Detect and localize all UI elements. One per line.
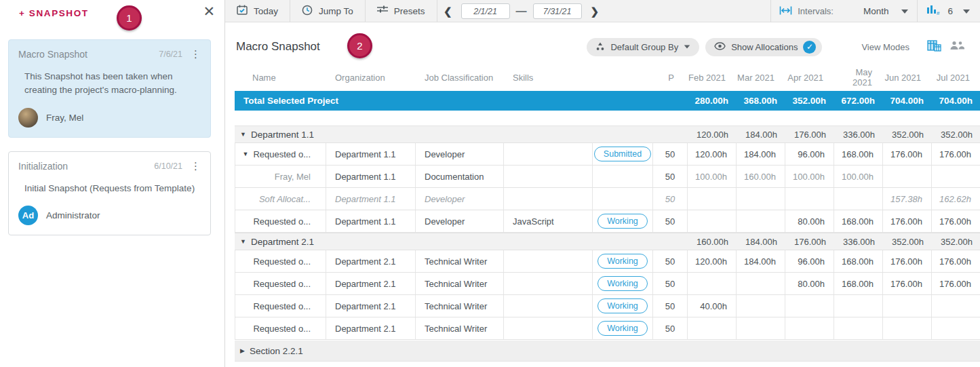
kebab-menu-icon[interactable]: ⋮ — [191, 49, 201, 59]
cell-month-value[interactable] — [737, 273, 785, 294]
cell-name[interactable]: Requested o... — [235, 317, 326, 339]
cell-month-value[interactable] — [688, 273, 737, 294]
cell-month-value[interactable]: 100.00h — [834, 166, 883, 187]
interval-count-value[interactable]: 6 — [947, 6, 953, 16]
add-snapshot-button[interactable]: + SNAPSHOT — [19, 8, 89, 18]
cell-percentage[interactable]: 50 — [653, 210, 688, 232]
intervals-value[interactable]: Month — [863, 6, 889, 16]
cell-month-value[interactable] — [785, 295, 834, 317]
triangle-down-icon[interactable]: ▼ — [240, 238, 246, 245]
cell-month-value[interactable] — [883, 317, 932, 339]
date-to-input[interactable] — [533, 3, 582, 19]
cell-month-value[interactable]: 160.00h — [737, 166, 785, 187]
cell-name[interactable]: ▼Requested o... — [235, 143, 326, 165]
close-icon[interactable]: ✕ — [203, 4, 215, 18]
cell-month-value[interactable]: 168.00h — [834, 210, 883, 232]
cell-month-value[interactable]: 184.00h — [737, 143, 785, 165]
group-row[interactable]: ▼Department 2.1160.00h184.00h176.00h336.… — [235, 233, 980, 250]
cell-month-value[interactable]: 100.00h — [785, 166, 834, 187]
cell-month-value[interactable]: 96.00h — [785, 143, 834, 165]
cell-month-value[interactable]: 120.00h — [688, 250, 737, 272]
cell-month-value[interactable] — [834, 188, 883, 210]
presets-button[interactable]: Presets — [366, 0, 437, 22]
cell-percentage[interactable]: 50 — [653, 250, 688, 272]
cell-month-value[interactable] — [785, 188, 834, 210]
snapshot-card-initialization[interactable]: Initialization 6/10/21 ⋮ Initial Snapsho… — [8, 151, 211, 235]
cell-month-value[interactable]: 176.00h — [932, 273, 980, 294]
section-row[interactable]: ▶Section 2.2.1 — [235, 341, 980, 362]
cell-month-value[interactable] — [688, 317, 737, 339]
cell-month-value[interactable]: 176.00h — [883, 250, 932, 272]
cell-name[interactable]: Fray, Mel — [235, 166, 326, 187]
cell-month-value[interactable]: 168.00h — [834, 273, 883, 294]
cell-percentage[interactable]: 50 — [653, 143, 688, 165]
group-name[interactable]: ▶Section 2.2.1 — [235, 346, 688, 356]
date-from-input[interactable] — [461, 3, 510, 19]
today-button[interactable]: Today — [225, 0, 290, 22]
cell-month-value[interactable] — [737, 210, 785, 232]
cell-month-value[interactable]: 120.00h — [688, 143, 737, 165]
chevron-down-icon[interactable] — [963, 9, 970, 14]
cell-month-value[interactable] — [883, 295, 932, 317]
cell-month-value[interactable]: 176.00h — [883, 273, 932, 294]
cell-month-value[interactable]: 96.00h — [785, 250, 834, 272]
cell-month-value[interactable] — [932, 317, 980, 339]
status-badge[interactable]: Working — [597, 321, 648, 336]
snapshot-card-macro[interactable]: Macro Snapshot 7/6/21 ⋮ This Snapshot ha… — [8, 39, 211, 138]
cell-month-value[interactable] — [834, 317, 883, 339]
cell-name[interactable]: Requested o... — [235, 210, 326, 232]
status-badge[interactable]: Working — [597, 276, 648, 291]
cell-name[interactable]: Requested o... — [235, 273, 326, 294]
chevron-down-icon[interactable] — [901, 9, 908, 14]
cell-month-value[interactable] — [737, 188, 785, 210]
cell-month-value[interactable]: 80.00h — [785, 210, 834, 232]
status-badge[interactable]: Working — [597, 298, 648, 313]
people-view-mode-icon[interactable] — [945, 41, 968, 53]
cell-month-value[interactable]: 100.00h — [688, 166, 737, 187]
cell-name[interactable]: Requested o... — [235, 250, 326, 272]
triangle-right-icon[interactable]: ▶ — [240, 347, 245, 354]
cell-month-value[interactable]: 184.00h — [737, 250, 785, 272]
cell-percentage[interactable]: 50 — [653, 273, 688, 294]
triangle-down-icon[interactable]: ▼ — [243, 151, 249, 157]
cell-month-value[interactable] — [834, 295, 883, 317]
cell-percentage[interactable]: 50 — [653, 317, 688, 339]
cell-month-value[interactable]: 80.00h — [785, 273, 834, 294]
group-row[interactable]: ▼Department 1.1120.00h184.00h176.00h336.… — [235, 125, 980, 143]
status-badge[interactable]: Working — [597, 214, 648, 229]
cell-month-value[interactable] — [688, 188, 737, 210]
jump-to-button[interactable]: Jump To — [290, 0, 366, 22]
kebab-menu-icon[interactable]: ⋮ — [191, 161, 201, 171]
cell-month-value[interactable]: 176.00h — [932, 250, 980, 272]
cell-month-value[interactable]: 168.00h — [834, 143, 883, 165]
status-badge[interactable]: Working — [597, 254, 648, 269]
cell-month-value[interactable] — [932, 166, 980, 187]
status-badge[interactable]: Submitted — [594, 147, 651, 161]
cell-name[interactable]: Requested o... — [235, 295, 326, 317]
chevron-left-icon[interactable]: ❮ — [441, 5, 455, 18]
cell-month-value[interactable]: 176.00h — [883, 210, 932, 232]
cell-month-value[interactable] — [737, 317, 785, 339]
cell-percentage[interactable]: 50 — [653, 188, 688, 210]
cell-month-value[interactable] — [785, 317, 834, 339]
cell-month-value[interactable]: 40.00h — [688, 295, 737, 317]
grid-view-mode-icon[interactable] — [923, 40, 945, 54]
show-allocations-toggle[interactable]: Show Allocations ✓ — [705, 38, 822, 56]
cell-percentage[interactable]: 50 — [653, 166, 688, 187]
cell-name[interactable]: Soft Allocat... — [235, 188, 326, 210]
cell-month-value[interactable] — [688, 210, 737, 232]
cell-month-value[interactable]: 176.00h — [932, 143, 980, 165]
cell-month-value[interactable] — [737, 295, 785, 317]
group-name[interactable]: ▼Department 1.1 — [235, 130, 688, 140]
cell-month-value[interactable]: 168.00h — [834, 250, 883, 272]
group-by-dropdown[interactable]: Default Group By — [587, 38, 699, 56]
cell-percentage[interactable]: 50 — [653, 295, 688, 317]
chevron-right-icon[interactable]: ❯ — [588, 5, 602, 18]
cell-month-value[interactable] — [932, 295, 980, 317]
cell-month-value[interactable]: 157.38h — [883, 188, 932, 210]
group-name[interactable]: ▼Department 2.1 — [235, 237, 688, 247]
cell-month-value[interactable]: 176.00h — [883, 143, 932, 165]
cell-month-value[interactable]: 176.00h — [932, 210, 980, 232]
triangle-down-icon[interactable]: ▼ — [240, 131, 246, 138]
cell-month-value[interactable] — [883, 166, 932, 187]
